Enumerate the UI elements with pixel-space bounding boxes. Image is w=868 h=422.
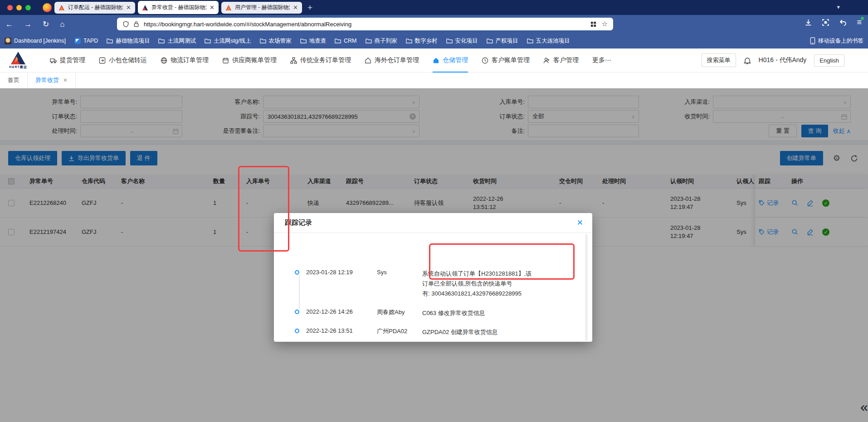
- nav-item-warehouse[interactable]: 仓储管理: [433, 49, 468, 73]
- tab-title: 异常收货 - 赫德国际物流管理系统: [151, 4, 206, 11]
- list-all-tabs-icon[interactable]: ▾: [837, 4, 840, 10]
- new-tab-button[interactable]: +: [307, 3, 312, 13]
- nav-item-overseas-orders[interactable]: 海外仓订单管理: [365, 49, 419, 73]
- bookmark-folder[interactable]: 土流网测试: [158, 37, 196, 45]
- page-tab-abnormal-receiving[interactable]: 异常收货 ✕: [28, 73, 76, 88]
- browser-tab-1[interactable]: 订单配运 - 赫德国际物流管理系统 ✕: [54, 2, 135, 14]
- folder-icon: [107, 38, 113, 44]
- timeline-dot-icon: [295, 310, 299, 314]
- bookmark-label: 燕子到家: [375, 37, 397, 45]
- reload-icon[interactable]: ↻: [43, 20, 49, 28]
- lock-icon[interactable]: [133, 21, 139, 27]
- bookmark-label: 安化项目: [455, 37, 478, 45]
- browser-toolbar: ← → ↻ ⌂ https://bookingmgr.hart-worldwid…: [0, 15, 868, 33]
- url-bar[interactable]: https://bookingmgr.hart-worldwide.com/#/…: [117, 18, 613, 30]
- bookmark-label: 地查查: [309, 37, 327, 45]
- folder-icon: [406, 38, 412, 44]
- nav-item-customer-mgmt[interactable]: 客户管理: [543, 49, 579, 73]
- tab-close-icon[interactable]: ✕: [293, 4, 298, 11]
- timeline-time: 2022-12-26 13:51: [306, 327, 377, 334]
- bookmark-star-icon[interactable]: ☆: [602, 20, 608, 28]
- nav-item-more[interactable]: 更多⋯: [592, 49, 611, 73]
- shield-icon[interactable]: [122, 21, 129, 28]
- timeline-user: 周春嫦Aby: [377, 308, 422, 316]
- bookmark-folder[interactable]: 安化项目: [446, 37, 478, 45]
- modal-scrollbar[interactable]: [585, 234, 588, 341]
- page-tab-home[interactable]: 首页: [0, 73, 28, 88]
- timeline-user: Sys: [377, 269, 422, 276]
- bookmark-folder[interactable]: 产权项目: [487, 37, 518, 45]
- nav-item-label: 小包仓储转运: [109, 56, 147, 64]
- folder-icon: [300, 38, 307, 44]
- browser-tab-2-active[interactable]: 异常收货 - 赫德国际物流管理系统 ✕: [138, 1, 219, 14]
- undo-arrow-icon[interactable]: [839, 19, 847, 26]
- bookmark-label: 土流网测试: [167, 37, 196, 45]
- back-icon[interactable]: ←: [5, 20, 13, 28]
- mobile-bookmarks[interactable]: 移动设备上的书签: [810, 37, 863, 45]
- jenkins-avatar-icon: [5, 38, 11, 44]
- menu-icon[interactable]: ≡: [857, 18, 862, 26]
- nav-item-supplier-bills[interactable]: 供应商账单管理: [222, 49, 277, 73]
- bookmark-folder[interactable]: 赫德物流项目: [107, 37, 150, 45]
- nav-item-label: 海外仓订单管理: [375, 56, 419, 64]
- nav-item-label: 供应商账单管理: [232, 56, 277, 64]
- tab-close-icon[interactable]: ✕: [210, 4, 215, 11]
- folder-icon: [260, 38, 266, 44]
- bookmark-label: Dashboard [Jenkins]: [14, 38, 66, 44]
- nav-item-logistics-orders[interactable]: 物流订单管理: [161, 49, 209, 73]
- bookmark-folder[interactable]: 数字乡村: [406, 37, 438, 45]
- nav-item-label: 物流订单管理: [171, 56, 209, 64]
- hart-logo[interactable]: HART搬运: [8, 52, 28, 69]
- box-return-icon: [99, 57, 106, 64]
- bookmark-item[interactable]: TAPD: [74, 38, 98, 44]
- home-icon[interactable]: ⌂: [60, 20, 64, 28]
- tapd-icon: [74, 38, 81, 44]
- nav-right: 搜索菜单 H016 - 代伟Andy English: [702, 53, 844, 67]
- language-button[interactable]: English: [814, 54, 844, 67]
- forward-icon[interactable]: →: [24, 20, 32, 28]
- bill-icon: [222, 57, 229, 64]
- url-text[interactable]: https://bookingmgr.hart-worldwide.com/#/…: [144, 21, 590, 28]
- user-label[interactable]: H016 - 代伟Andy: [759, 56, 807, 64]
- bookmark-folder[interactable]: 地查查: [300, 37, 327, 45]
- page-tab-label: 首页: [8, 76, 20, 84]
- traffic-light-minimize[interactable]: [16, 5, 22, 10]
- hart-favicon: [142, 5, 148, 11]
- bell-icon[interactable]: [744, 57, 751, 64]
- annotation-box-modal-text: [429, 243, 575, 280]
- close-icon[interactable]: ✕: [577, 219, 583, 227]
- bookmark-folder[interactable]: 五大连池项目: [527, 37, 570, 45]
- tab-close-icon[interactable]: ✕: [126, 4, 131, 11]
- hart-favicon: [59, 5, 65, 11]
- bookmark-folder[interactable]: CRM: [335, 38, 356, 44]
- nav-item-traditional-orders[interactable]: 传统业务订单管理: [290, 49, 351, 73]
- nav-item-customer-bills[interactable]: 客户账单管理: [482, 49, 530, 73]
- nav-item-parcel-transfer[interactable]: 小包仓储转运: [99, 49, 147, 73]
- timeline-entry: 2022-12-26 13:51 广州PDA02 GZPDA02 创建异常收货信…: [295, 327, 567, 337]
- bookmark-folder[interactable]: 农场管家: [260, 37, 292, 45]
- mobile-bookmarks-label: 移动设备上的书签: [818, 37, 863, 45]
- folder-icon: [366, 38, 372, 44]
- bookmark-label: 土流网stg/线上: [214, 37, 251, 45]
- screenshot-icon[interactable]: [822, 19, 829, 26]
- timeline-user: 广州PDA02: [377, 327, 422, 335]
- nav-item-label: 更多⋯: [592, 56, 611, 64]
- page-tab-close-icon[interactable]: ✕: [63, 77, 68, 83]
- nav-item-label: 客户管理: [553, 56, 579, 64]
- home-outline-icon: [365, 57, 371, 64]
- traffic-light-zoom[interactable]: [25, 5, 31, 10]
- search-menu-button[interactable]: 搜索菜单: [702, 53, 736, 67]
- extensions-icon[interactable]: [590, 21, 596, 27]
- bookmark-item[interactable]: Dashboard [Jenkins]: [5, 38, 66, 44]
- browser-tab-3[interactable]: 用户管理 - 赫德国际物流管理系统 ✕: [221, 2, 302, 14]
- traffic-light-close[interactable]: [7, 5, 13, 10]
- bookmark-folder[interactable]: 土流网stg/线上: [205, 37, 251, 45]
- bookmark-label: 赫德物流项目: [116, 37, 150, 45]
- downloads-icon[interactable]: [805, 19, 812, 26]
- bookmarks-bar: Dashboard [Jenkins] TAPD 赫德物流项目 土流网测试 土流…: [0, 33, 868, 49]
- bookmark-label: 五大连池项目: [536, 37, 570, 45]
- timeline-time: 2023-01-28 12:19: [306, 269, 377, 276]
- bookmark-label: CRM: [344, 38, 356, 44]
- bookmark-folder[interactable]: 燕子到家: [366, 37, 397, 45]
- nav-item-pickup[interactable]: 提货管理: [50, 49, 85, 73]
